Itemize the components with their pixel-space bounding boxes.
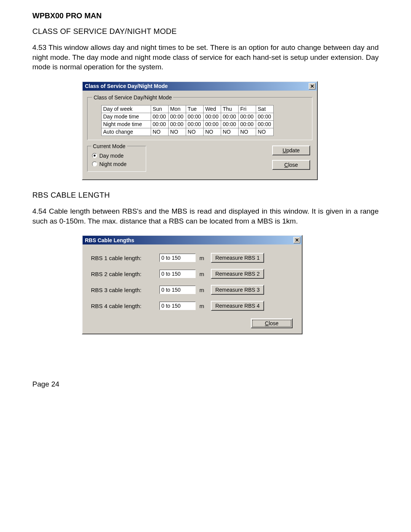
schedule-table: Day of weekSunMonTueWedThuFriSatDay mode… bbox=[101, 105, 274, 136]
value-cell[interactable]: 00:00 bbox=[221, 113, 239, 120]
titlebar-text: RBS Cable Lengths bbox=[85, 237, 134, 243]
titlebar-text: Class of Service Day/Night Mode bbox=[85, 83, 168, 89]
remeasure-button[interactable]: Remeasure RBS 4 bbox=[211, 301, 264, 311]
value-cell[interactable]: NO bbox=[221, 128, 239, 136]
row-header: Night mode time bbox=[102, 120, 151, 128]
day-header-cell: Mon bbox=[169, 105, 186, 113]
value-cell[interactable]: 00:00 bbox=[186, 113, 204, 120]
cable-label: RBS 4 cable length: bbox=[91, 303, 156, 309]
radio-label: Night mode bbox=[99, 161, 127, 167]
cable-row: RBS 1 cable length:mRemeasure RBS 1 bbox=[89, 250, 295, 266]
radio-day-mode[interactable]: Day mode bbox=[91, 152, 142, 160]
table-row: Night mode time00:0000:0000:0000:0000:00… bbox=[102, 120, 274, 128]
groupbox-main: Class of Service Day/Night Mode Day of w… bbox=[87, 94, 312, 140]
value-cell[interactable]: NO bbox=[204, 128, 221, 136]
close-button[interactable]: Close bbox=[251, 318, 293, 328]
section-heading-service: CLASS OF SERVICE DAY/NIGHT MODE bbox=[32, 27, 379, 36]
value-cell[interactable]: 00:00 bbox=[151, 120, 169, 128]
titlebar[interactable]: Class of Service Day/Night Mode ✕ bbox=[83, 82, 317, 91]
cable-row: RBS 3 cable length:mRemeasure RBS 3 bbox=[89, 282, 295, 298]
unit-label: m bbox=[199, 255, 207, 261]
value-cell[interactable]: 00:00 bbox=[256, 120, 274, 128]
cable-label: RBS 1 cable length: bbox=[91, 255, 156, 261]
value-cell[interactable]: NO bbox=[186, 128, 204, 136]
titlebar[interactable]: RBS Cable Lengths ✕ bbox=[83, 236, 302, 244]
value-cell[interactable]: 00:00 bbox=[239, 120, 256, 128]
dialog-class-of-service: Class of Service Day/Night Mode ✕ Class … bbox=[82, 81, 318, 180]
value-cell[interactable]: NO bbox=[256, 128, 274, 136]
value-cell[interactable]: 00:00 bbox=[169, 120, 186, 128]
row-header: Day mode time bbox=[102, 113, 151, 120]
value-cell[interactable]: 00:00 bbox=[186, 120, 204, 128]
cable-label: RBS 3 cable length: bbox=[91, 287, 156, 293]
cable-value-input[interactable] bbox=[159, 254, 196, 262]
value-cell[interactable]: NO bbox=[169, 128, 186, 136]
cable-row: RBS 4 cable length:mRemeasure RBS 4 bbox=[89, 298, 295, 314]
value-cell[interactable]: 00:00 bbox=[239, 113, 256, 120]
day-header-cell: Sun bbox=[151, 105, 169, 113]
remeasure-button[interactable]: Remeasure RBS 3 bbox=[211, 285, 264, 295]
close-button[interactable]: Close bbox=[272, 160, 310, 170]
row-header: Auto change bbox=[102, 128, 151, 136]
close-icon[interactable]: ✕ bbox=[309, 83, 315, 89]
table-row: Day mode time00:0000:0000:0000:0000:0000… bbox=[102, 113, 274, 120]
unit-label: m bbox=[199, 303, 207, 309]
cable-row: RBS 2 cable length:mRemeasure RBS 2 bbox=[89, 266, 295, 282]
cable-value-input[interactable] bbox=[159, 270, 196, 278]
remeasure-button[interactable]: Remeasure RBS 1 bbox=[211, 253, 264, 263]
value-cell[interactable]: 00:00 bbox=[221, 120, 239, 128]
section-heading-rbs: RBS CABLE LENGTH bbox=[32, 191, 379, 200]
section-body-rbs: 4.54 Cable length between RBS's and the … bbox=[32, 206, 379, 226]
radio-night-mode[interactable]: Night mode bbox=[91, 160, 142, 168]
value-cell[interactable]: 00:00 bbox=[204, 120, 221, 128]
value-cell[interactable]: 00:00 bbox=[169, 113, 186, 120]
page-number: Page 24 bbox=[32, 380, 379, 388]
close-icon[interactable]: ✕ bbox=[293, 237, 300, 243]
section-body-service: 4.53 This window allows day and night ti… bbox=[32, 43, 379, 72]
row-header: Day of week bbox=[102, 105, 151, 113]
current-mode-legend: Current Mode bbox=[91, 143, 127, 149]
day-header-cell: Fri bbox=[239, 105, 256, 113]
dialog-rbs-cable-lengths: RBS Cable Lengths ✕ RBS 1 cable length:m… bbox=[82, 235, 303, 334]
remeasure-button[interactable]: Remeasure RBS 2 bbox=[211, 269, 264, 279]
value-cell[interactable]: NO bbox=[239, 128, 256, 136]
cable-value-input[interactable] bbox=[159, 302, 196, 310]
cable-label: RBS 2 cable length: bbox=[91, 271, 156, 277]
table-row: Day of weekSunMonTueWedThuFriSat bbox=[102, 105, 274, 113]
radio-label: Day mode bbox=[99, 153, 124, 159]
doc-title: WPBX00 PRO MAN bbox=[32, 11, 379, 20]
unit-label: m bbox=[199, 271, 207, 277]
update-button[interactable]: Update bbox=[272, 145, 310, 155]
unit-label: m bbox=[199, 287, 207, 293]
day-header-cell: Tue bbox=[186, 105, 204, 113]
groupbox-current-mode: Current Mode Day mode Night mode bbox=[87, 143, 146, 172]
groupbox-legend: Class of Service Day/Night Mode bbox=[92, 94, 173, 101]
cable-value-input[interactable] bbox=[159, 286, 196, 294]
radio-icon bbox=[92, 161, 97, 166]
value-cell[interactable]: 00:00 bbox=[256, 113, 274, 120]
day-header-cell: Thu bbox=[221, 105, 239, 113]
table-row: Auto changeNONONONONONONO bbox=[102, 128, 274, 136]
value-cell[interactable]: 00:00 bbox=[204, 113, 221, 120]
value-cell[interactable]: 00:00 bbox=[151, 113, 169, 120]
day-header-cell: Sat bbox=[256, 105, 274, 113]
radio-icon bbox=[92, 153, 97, 158]
day-header-cell: Wed bbox=[204, 105, 221, 113]
value-cell[interactable]: NO bbox=[151, 128, 169, 136]
